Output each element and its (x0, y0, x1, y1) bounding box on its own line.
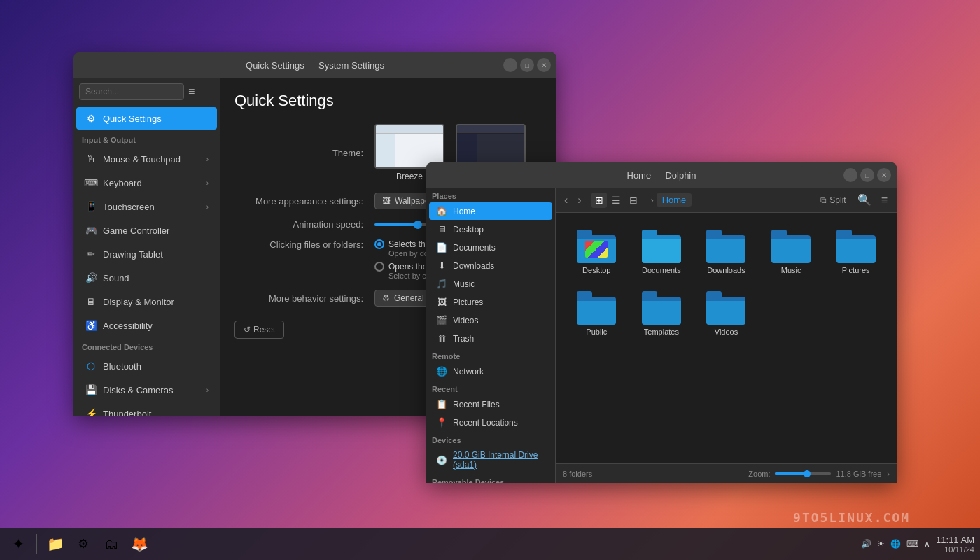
icon-view-button[interactable]: ⊞ (592, 192, 607, 208)
audio-icon[interactable]: 🔊 (861, 539, 872, 549)
taskbar-dolphin[interactable]: 📁 (43, 531, 68, 556)
taskbar-time[interactable]: 11:11 AM 10/11/24 (936, 535, 974, 554)
file-public[interactable]: Public (567, 286, 626, 342)
folder-front (771, 239, 811, 263)
dolphin-sidebar-recent-files[interactable]: 📋 Recent Files (429, 396, 552, 413)
mouse-icon: 🖱 (85, 153, 97, 165)
recent-label: Recent (426, 381, 555, 395)
arrow-icon: › (206, 386, 209, 394)
sidebar-search-bar: ≡ (74, 78, 220, 106)
special-overlay (585, 241, 608, 258)
file-videos[interactable]: Videos (696, 286, 756, 342)
sidebar-item-mouse[interactable]: 🖱 Mouse & Touchpad › (76, 148, 217, 170)
folder-tab (642, 230, 657, 235)
sidebar-item-drawing-tablet[interactable]: ✏ Drawing Tablet (76, 243, 217, 265)
desktop-icon: 🖥 (436, 224, 447, 234)
sidebar-item-quick-settings[interactable]: ⚙ Quick Settings (76, 107, 217, 130)
dolphin-sidebar-desktop[interactable]: 🖥 Desktop (429, 220, 552, 238)
taskbar-settings[interactable]: ⚙ (71, 531, 96, 556)
date-display: 10/11/24 (936, 545, 974, 554)
sidebar-section-input-output: Input & Output (74, 130, 220, 147)
dolphin-main: ‹ › ⊞ ☰ ⊟ › Home ⧉ Split 🔍 ≡ (556, 188, 897, 483)
downloads-label: Downloads (453, 261, 494, 271)
dolphin-sidebar-trash[interactable]: 🗑 Trash (429, 330, 552, 347)
sidebar-label: Disks & Cameras (103, 385, 173, 396)
settings-title: Quick Settings — System Settings (246, 60, 384, 71)
menu-button[interactable]: ≡ (878, 192, 891, 209)
dolphin-window: Home — Dolphin — □ ✕ Places 🏠 Home 🖥 Des… (426, 162, 897, 483)
reset-button[interactable]: ↺ Reset (234, 321, 284, 339)
search-button[interactable]: 🔍 (854, 191, 875, 209)
dolphin-sidebar-home[interactable]: 🏠 Home (429, 202, 552, 220)
dolphin-title: Home — Dolphin (627, 170, 696, 181)
taskbar-activities[interactable]: ✦ (6, 531, 31, 556)
tray-chevron-icon[interactable]: ∧ (924, 539, 930, 549)
file-label-public: Public (586, 328, 607, 336)
files-icon: 🗂 (104, 536, 118, 552)
search-input[interactable] (79, 83, 184, 100)
sidebar-item-touchscreen[interactable]: 📱 Touchscreen › (76, 195, 217, 218)
free-space: 11.8 GiB free (836, 470, 882, 478)
sidebar-item-disks[interactable]: 💾 Disks & Cameras › (76, 379, 217, 401)
file-templates[interactable]: Templates (632, 286, 692, 342)
dolphin-maximize-button[interactable]: □ (860, 168, 874, 182)
keyboard-status-icon[interactable]: ⌨ (906, 539, 918, 549)
list-view-button[interactable]: ☰ (608, 192, 624, 208)
game-controller-icon: 🎮 (85, 224, 97, 237)
dolphin-sidebar-internal-drive[interactable]: 💿 20.0 GiB Internal Drive (sda1) (429, 447, 552, 473)
arrow-icon: › (206, 155, 209, 163)
sidebar-item-keyboard[interactable]: ⌨ Keyboard › (76, 172, 217, 194)
minimize-button[interactable]: — (503, 58, 517, 72)
path-home[interactable]: Home (657, 193, 692, 206)
forward-button[interactable]: › (575, 191, 584, 209)
file-music[interactable]: Music (762, 224, 821, 280)
sidebar-item-bluetooth[interactable]: ⬡ Bluetooth (76, 355, 217, 377)
network-status-icon[interactable]: 🌐 (890, 539, 901, 549)
dolphin-sidebar-downloads[interactable]: ⬇ Downloads (429, 257, 552, 274)
network-label: Network (453, 367, 484, 377)
folder-tab (836, 230, 852, 235)
sidebar-item-accessibility[interactable]: ♿ Accessibility (76, 314, 217, 337)
reset-icon: ↺ (244, 325, 251, 335)
maximize-button[interactable]: □ (520, 58, 534, 72)
statusbar-zoom: Zoom: (748, 470, 830, 478)
close-button[interactable]: ✕ (537, 58, 551, 72)
taskbar-firefox[interactable]: 🦊 (127, 531, 152, 556)
dolphin-sidebar-pictures[interactable]: 🖼 Pictures (429, 293, 552, 311)
dolphin-sidebar-documents[interactable]: 📄 Documents (429, 239, 552, 256)
compact-view-button[interactable]: ⊟ (626, 192, 641, 208)
split-button[interactable]: ⧉ Split (816, 193, 850, 207)
network-icon: 🌐 (436, 366, 447, 377)
dolphin-icon: 📁 (47, 536, 64, 552)
home-icon: 🏠 (436, 206, 447, 216)
touchscreen-icon: 📱 (85, 200, 97, 213)
brightness-icon[interactable]: ☀ (877, 539, 885, 549)
clicking-label: Clicking files or folders: (234, 239, 374, 250)
file-downloads[interactable]: Downloads (696, 224, 756, 280)
file-pictures[interactable]: Pictures (826, 224, 886, 280)
dolphin-sidebar-videos[interactable]: 🎬 Videos (429, 312, 552, 329)
taskbar-files[interactable]: 🗂 (99, 531, 124, 556)
sidebar-item-sound[interactable]: 🔊 Sound (76, 267, 217, 289)
path-chevron: › (651, 195, 654, 205)
sidebar-item-thunderbolt[interactable]: ⚡ Thunderbolt (76, 402, 217, 416)
back-button[interactable]: ‹ (561, 191, 570, 209)
dolphin-minimize-button[interactable]: — (844, 168, 858, 182)
file-desktop[interactable]: Desktop (567, 224, 626, 280)
dolphin-sidebar-network[interactable]: 🌐 Network (429, 363, 552, 380)
view-buttons: ⊞ ☰ ⊟ (592, 192, 641, 208)
firefox-icon: 🦊 (131, 536, 148, 552)
drawing-tablet-icon: ✏ (85, 248, 97, 260)
sidebar-item-game-controller[interactable]: 🎮 Game Controller (76, 219, 217, 241)
dolphin-sidebar-recent-locations[interactable]: 📍 Recent Locations (429, 414, 552, 431)
sidebar-label: Accessibility (103, 321, 153, 331)
slider-thumb (414, 220, 422, 229)
folder-tab (642, 291, 657, 297)
dolphin-sidebar-music[interactable]: 🎵 Music (429, 275, 552, 293)
theme-label: Theme: (234, 148, 374, 158)
zoom-track[interactable] (775, 472, 831, 475)
hamburger-icon[interactable]: ≡ (188, 85, 195, 98)
dolphin-close-button[interactable]: ✕ (877, 168, 891, 182)
file-documents[interactable]: Documents (632, 224, 692, 280)
sidebar-item-display[interactable]: 🖥 Display & Monitor (76, 290, 217, 313)
